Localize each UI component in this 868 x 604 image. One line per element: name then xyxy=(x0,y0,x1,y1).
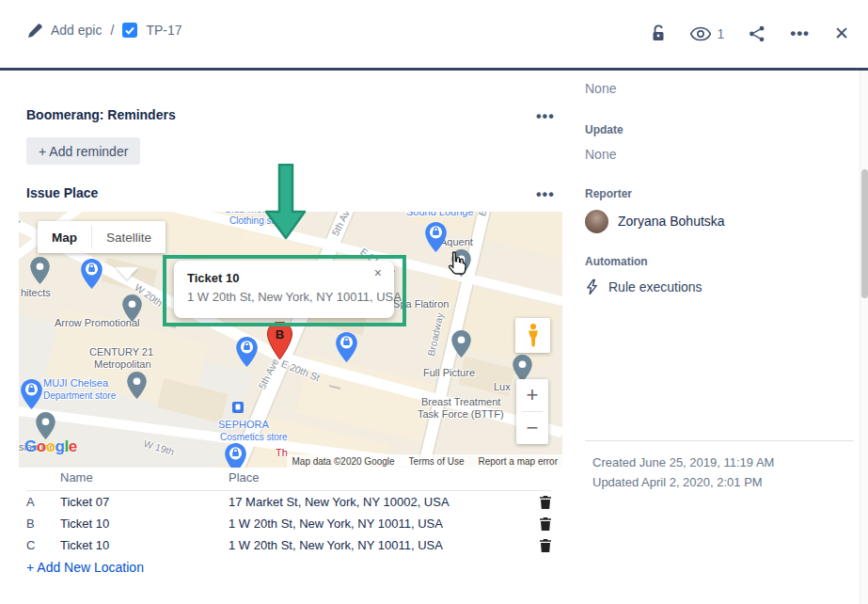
pegman-control[interactable] xyxy=(515,318,550,353)
table-row: BTicket 101 W 20th St, New York, NY 1001… xyxy=(26,513,551,534)
header-letter xyxy=(26,470,60,485)
more-actions-button[interactable]: ••• xyxy=(788,27,812,40)
map-view-button[interactable]: Map xyxy=(38,221,91,253)
zoom-control: + − xyxy=(516,379,548,444)
delete-location-button[interactable] xyxy=(540,517,551,531)
close-icon: ✕ xyxy=(834,23,849,44)
row-place: 1 W 20th St, New York, NY 10011, USA xyxy=(229,538,529,552)
reporter-row[interactable]: Zoryana Bohutska xyxy=(585,209,854,233)
share-icon xyxy=(749,25,765,42)
rule-executions-link[interactable]: Rule executions xyxy=(585,277,854,297)
map-marker-blue[interactable] xyxy=(21,379,42,413)
updated-date: Updated April 2, 2020, 2:01 PM xyxy=(592,472,774,492)
issue-detail-view: Add epic / TP-17 1 xyxy=(0,0,868,604)
infowindow-title: Ticket 10 xyxy=(187,271,381,285)
delete-location-button[interactable] xyxy=(540,496,551,509)
header-place: Place xyxy=(229,470,529,485)
map-marker-gray[interactable] xyxy=(127,372,147,403)
map-label: Th xyxy=(276,447,288,458)
map-label: Breast Treatment xyxy=(421,396,500,407)
eye-icon xyxy=(690,26,711,41)
reminders-menu-button[interactable]: ••• xyxy=(530,111,560,122)
task-type-icon xyxy=(122,23,137,38)
delete-location-button[interactable] xyxy=(540,539,551,552)
sidebar-divider xyxy=(585,440,854,441)
reminders-title: Boomerang: Reminders xyxy=(26,107,176,122)
map-marker-blue[interactable] xyxy=(225,443,246,468)
map-marker-blue[interactable] xyxy=(236,337,258,371)
reporter-name: Zoryana Bohutska xyxy=(618,214,725,229)
map-marker-gray[interactable] xyxy=(451,330,471,361)
map-marker-red-B[interactable]: B xyxy=(267,322,292,363)
avatar xyxy=(585,210,608,233)
infowindow-address: 1 W 20th St, New York, NY 10011, USA xyxy=(187,290,381,304)
google-logo[interactable]: Google xyxy=(24,437,77,456)
created-date: Created June 25, 2019, 11:19 AM xyxy=(592,453,774,472)
row-letter: A xyxy=(26,495,60,509)
scrollbar-thumb[interactable] xyxy=(861,169,868,298)
more-icon: ••• xyxy=(536,108,555,124)
trash-icon xyxy=(540,539,551,552)
field-value-none: None xyxy=(585,79,854,98)
close-button[interactable]: ✕ xyxy=(832,21,851,46)
details-sidebar: None Update None Reporter Zoryana Bohuts… xyxy=(585,73,854,297)
scrollbar-track[interactable] xyxy=(860,71,868,604)
map-marker-blue[interactable] xyxy=(336,332,357,366)
zoom-out-button[interactable]: − xyxy=(516,412,548,444)
map-label: SEPHORA xyxy=(218,419,269,430)
lightning-bolt-icon xyxy=(585,278,599,295)
satellite-view-button[interactable]: Satellite xyxy=(92,221,166,253)
google-map[interactable]: Club MonacoClothing storeSound LoungeAqu… xyxy=(19,212,562,468)
row-letter: B xyxy=(26,517,60,531)
map-marker-blue[interactable] xyxy=(81,259,103,293)
issue-place-menu-button[interactable]: ••• xyxy=(530,189,560,200)
add-new-location-link[interactable]: + Add New Location xyxy=(26,560,144,575)
map-infowindow: × Ticket 10 1 W 20th St, New York, NY 10… xyxy=(174,261,394,318)
table-header: Name Place xyxy=(26,470,551,491)
map-label: hitects xyxy=(21,287,51,298)
trash-icon xyxy=(540,517,551,531)
watchers-count: 1 xyxy=(717,26,724,41)
map-label: Club Monaco xyxy=(224,212,285,215)
map-label: Sound Lounge xyxy=(406,212,474,217)
map-label: CENTURY 21 xyxy=(89,346,153,358)
map-marker-gray[interactable] xyxy=(30,257,50,288)
map-marker-blue[interactable] xyxy=(281,212,303,232)
issue-place-title: Issue Place xyxy=(26,185,98,200)
map-marker-gray[interactable] xyxy=(122,294,142,326)
breadcrumb: Add epic / TP-17 xyxy=(28,23,182,38)
row-place: 17 Market St, New York, NY 10002, USA xyxy=(229,495,529,509)
row-place: 1 W 20th St, New York, NY 10011, USA xyxy=(229,517,529,531)
report-map-error-link[interactable]: Report a map error xyxy=(479,456,558,467)
infowindow-close-icon[interactable]: × xyxy=(369,264,387,281)
dates-block: Created June 25, 2019, 11:19 AM Updated … xyxy=(592,453,774,492)
automation-field-label: Automation xyxy=(585,254,854,269)
add-reminder-button[interactable]: + Add reminder xyxy=(26,137,140,165)
table-body: ATicket 0717 Market St, New York, NY 100… xyxy=(26,491,551,556)
map-label: Task Force (BTTF) xyxy=(418,408,504,420)
rule-executions-label: Rule executions xyxy=(608,279,702,294)
update-field-value: None xyxy=(585,145,854,164)
share-button[interactable] xyxy=(747,24,767,44)
pencil-icon xyxy=(28,24,42,38)
row-name: Ticket 07 xyxy=(60,495,229,509)
row-name: Ticket 10 xyxy=(60,517,229,531)
map-marker-transit[interactable] xyxy=(232,400,244,417)
reporter-field-label: Reporter xyxy=(585,186,854,201)
breadcrumb-add-epic[interactable]: Add epic xyxy=(51,23,102,38)
pegman-icon xyxy=(527,324,540,347)
map-data-text: Map data ©2020 Google xyxy=(292,456,394,467)
breadcrumb-issue-key[interactable]: TP-17 xyxy=(146,23,181,38)
map-label: Clothing store xyxy=(229,215,288,226)
terms-of-use-link[interactable]: Terms of Use xyxy=(409,456,465,467)
unlock-icon xyxy=(651,24,666,42)
top-actions: 1 ••• ✕ xyxy=(649,21,851,46)
map-label: Department store xyxy=(43,390,116,401)
row-letter: C xyxy=(26,538,60,552)
map-marker-gray[interactable] xyxy=(451,249,471,280)
zoom-in-button[interactable]: + xyxy=(516,379,548,411)
header-name: Name xyxy=(60,470,229,485)
map-marker-blue[interactable] xyxy=(425,222,447,256)
lock-button[interactable] xyxy=(649,23,668,44)
watch-button[interactable]: 1 xyxy=(688,24,726,43)
